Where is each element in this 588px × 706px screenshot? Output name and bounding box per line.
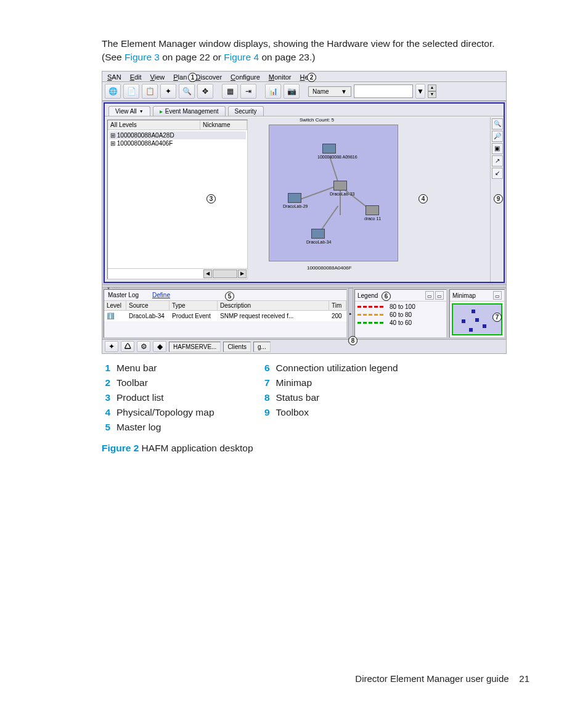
toolbar-btn-6[interactable]: ✥ bbox=[197, 84, 213, 99]
logcol-description[interactable]: Description bbox=[218, 301, 329, 310]
scroll-left-icon[interactable]: ◀ bbox=[203, 269, 212, 278]
legend-btn2[interactable]: ▭ bbox=[435, 291, 444, 300]
switch-count-label: Switch Count: 5 bbox=[300, 117, 334, 123]
xref-figure3[interactable]: Figure 3 bbox=[125, 52, 160, 62]
legend-btn1[interactable]: ▭ bbox=[425, 291, 434, 300]
map-node-2[interactable] bbox=[288, 193, 301, 203]
figure-caption-text: HAFM application desktop bbox=[139, 443, 253, 453]
col-nickname[interactable]: Nickname bbox=[200, 120, 247, 129]
scroll-right-icon[interactable]: ▶ bbox=[238, 269, 247, 278]
tree-body: ⊞ 1000080088A0A28D ⊞ 1000080088A0406F bbox=[108, 130, 247, 268]
lnum-1: 1 bbox=[102, 363, 110, 374]
toolbar-btn-4[interactable]: ✦ bbox=[160, 84, 176, 99]
legend-text-1: Menu bar bbox=[116, 363, 157, 374]
toolbar-btn-3[interactable]: 📋 bbox=[142, 84, 158, 99]
map-node-3[interactable] bbox=[333, 181, 347, 191]
map-node-5-label: DracoLab-34 bbox=[306, 240, 331, 244]
tab-security[interactable]: Security bbox=[228, 106, 264, 116]
search-go-button[interactable]: ▼ bbox=[415, 84, 425, 99]
toolbar-btn-10[interactable]: 📷 bbox=[284, 84, 300, 99]
zoom-in-icon[interactable]: 🔍 bbox=[492, 118, 503, 129]
map-node-1-label: 1000080088 A09816 bbox=[317, 155, 346, 159]
menu-discover[interactable]: DiscoverDiscover bbox=[195, 73, 222, 81]
menu-monitor[interactable]: MonitorMonitor bbox=[269, 73, 292, 81]
search-input[interactable] bbox=[354, 84, 413, 98]
map-node-4-label: draco 11 bbox=[364, 216, 381, 221]
splitter[interactable]: ▾ :::: bbox=[102, 284, 506, 288]
toolbar-btn-7[interactable]: ▦ bbox=[222, 84, 238, 99]
map-node-5[interactable] bbox=[311, 229, 325, 239]
main-frame: View All▼ ▸Event Management Security All… bbox=[104, 102, 505, 283]
tab-event-management[interactable]: ▸Event Management bbox=[153, 106, 226, 116]
toolbar-btn-9[interactable]: 📊 bbox=[265, 84, 281, 99]
figure-legend-list: 1Menu bar 2Toolbar 3Product list 4Physic… bbox=[102, 363, 529, 433]
legend-text-4: Physical/Topology map bbox=[116, 407, 214, 418]
menu-view[interactable]: ViewView bbox=[150, 73, 165, 81]
scroll-thumb[interactable] bbox=[213, 269, 237, 278]
toolbar-btn-1[interactable]: 🌐 bbox=[105, 84, 121, 99]
log-row[interactable]: ℹ️ DracoLab-34 Product Event SNMP reques… bbox=[104, 311, 346, 321]
status-server: HAFMSERVE... bbox=[169, 342, 221, 352]
define-link[interactable]: Define bbox=[152, 292, 170, 298]
expand-icon[interactable]: ↙ bbox=[492, 168, 503, 179]
map-footer-id: 1000080088A0406F bbox=[307, 265, 352, 271]
scroll-up-icon[interactable]: ▲ bbox=[428, 84, 436, 91]
legend-text-6: Connection utilization legend bbox=[276, 363, 398, 374]
map-node-2-label: DracoLab-29 bbox=[283, 204, 308, 208]
menu-edit[interactable]: EditEdit bbox=[130, 73, 142, 81]
lnum-2: 2 bbox=[102, 377, 110, 388]
topology-map[interactable]: Switch Count: 5 1000080088 A09816 DracoL… bbox=[250, 117, 490, 282]
product-list-panel: All Levels Nickname ⊞ 1000080088A0A28D ⊞… bbox=[107, 120, 248, 279]
legend-text-5: Master log bbox=[116, 422, 161, 433]
lnum-8: 8 bbox=[261, 392, 270, 403]
name-dropdown[interactable]: Name▼ bbox=[308, 86, 351, 97]
chevron-down-icon: ▼ bbox=[139, 109, 144, 113]
screenshot-figure: SSANAN EditEdit ViewView PlanPlan Discov… bbox=[102, 71, 507, 354]
lnum-6: 6 bbox=[261, 363, 270, 374]
flag-icon: ▸ bbox=[160, 108, 163, 115]
toolbar-btn-2[interactable]: 📄 bbox=[123, 84, 139, 99]
map-node-4[interactable] bbox=[365, 205, 379, 215]
menu-configure[interactable]: ConfigureConfigure bbox=[231, 73, 260, 81]
legend-text-2: Toolbar bbox=[116, 377, 148, 388]
col-all-levels[interactable]: All Levels bbox=[108, 120, 200, 129]
master-log-title: Master Log bbox=[108, 292, 139, 298]
toolbar-btn-5[interactable]: 🔍 bbox=[179, 84, 195, 99]
collapse-icon[interactable]: ↗ bbox=[492, 155, 503, 166]
status-btn-1[interactable]: ✦ bbox=[105, 341, 118, 352]
intro-line2a: (See bbox=[102, 52, 125, 62]
hscroll: ◀ ▶ bbox=[108, 268, 247, 279]
menu-plan[interactable]: PlanPlan bbox=[173, 73, 187, 81]
legend-text-3: Product list bbox=[116, 392, 164, 403]
logcol-source[interactable]: Source bbox=[126, 301, 169, 310]
fit-icon[interactable]: ▣ bbox=[492, 143, 503, 154]
scroll-down-icon[interactable]: ▼ bbox=[428, 91, 436, 98]
toolbar: 🌐 📄 📋 ✦ 🔍 ✥ ▦ ⇥ 📊 📷 Name▼ ▼ ▲ ▼ bbox=[102, 82, 506, 101]
map-node-1[interactable] bbox=[322, 144, 336, 154]
map-node-3-label: DracoLab-33 bbox=[330, 192, 354, 196]
status-btn-3[interactable]: ⚙ bbox=[137, 341, 150, 352]
footer-title: Director Element Manager user guide bbox=[355, 673, 508, 684]
tab-view-all-label: View All bbox=[115, 108, 137, 115]
page-number: 21 bbox=[519, 673, 529, 684]
tab-view-all[interactable]: View All▼ bbox=[108, 106, 150, 116]
menu-san[interactable]: SSANAN bbox=[107, 73, 121, 81]
status-btn-2[interactable]: 🛆 bbox=[121, 341, 134, 352]
status-btn-4[interactable]: ◆ bbox=[153, 341, 166, 352]
legend-line-orange bbox=[357, 314, 383, 316]
logcol-level[interactable]: Level bbox=[104, 301, 126, 310]
logcol-type[interactable]: Type bbox=[169, 301, 218, 310]
vsplitter[interactable]: ▸ bbox=[348, 288, 353, 339]
zoom-out-icon[interactable]: 🔎 bbox=[492, 131, 503, 142]
minimap-btn[interactable]: ▭ bbox=[493, 291, 502, 300]
tree-row-1-label: 1000080088A0A28D bbox=[117, 132, 174, 139]
xref-figure4[interactable]: Figure 4 bbox=[224, 52, 259, 62]
figure-label: Figure 2 bbox=[102, 443, 139, 453]
lnum-4: 4 bbox=[102, 407, 110, 418]
tab-eventmgmt-label: Event Management bbox=[165, 108, 219, 115]
logcol-tim[interactable]: Tim bbox=[329, 301, 346, 310]
tree-row-2[interactable]: ⊞ 1000080088A0406F bbox=[109, 139, 246, 147]
lnum-9: 9 bbox=[261, 407, 270, 418]
toolbar-btn-8[interactable]: ⇥ bbox=[240, 84, 256, 99]
tree-row-1[interactable]: ⊞ 1000080088A0A28D bbox=[109, 131, 246, 139]
